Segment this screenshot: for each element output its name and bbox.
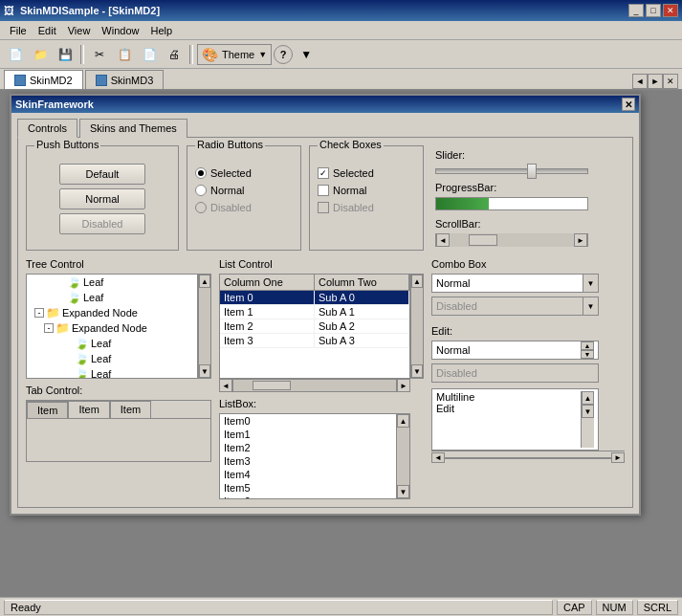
listbox-item-1[interactable]: Item1 (220, 428, 396, 441)
check-selected[interactable]: Selected (318, 167, 415, 179)
tree-item-5[interactable]: 🍃 Leaf (27, 351, 197, 366)
multiline-scroll-up[interactable]: ▲ (582, 391, 594, 405)
list-row-2[interactable]: Item 2 Sub A 2 (220, 319, 409, 334)
theme-button[interactable]: 🎨 Theme ▼ (197, 44, 272, 65)
multiline-scroll-right[interactable]: ► (611, 452, 625, 463)
radio-disabled: Disabled (195, 202, 293, 213)
tree-scrollbar[interactable]: ▲ ▼ (198, 274, 211, 379)
list-header: Column One Column Two (220, 275, 409, 291)
tree-item-1[interactable]: 🍃 Leaf (27, 290, 197, 305)
tree-item-3[interactable]: - 📁 Expanded Node (27, 320, 197, 336)
list-scroll-left[interactable]: ◄ (219, 379, 232, 392)
multiline-h-track[interactable] (445, 457, 611, 459)
listbox[interactable]: Item0 Item1 Item2 Item3 Item4 Item5 Item… (219, 413, 410, 499)
list-scroll-up[interactable]: ▲ (411, 275, 423, 288)
tree-scroll-down[interactable]: ▼ (199, 364, 210, 378)
listbox-scroll-down[interactable]: ▼ (397, 485, 409, 498)
toolbar-dropdown[interactable]: ▼ (295, 44, 318, 65)
toolbar-help[interactable]: ? (274, 45, 293, 64)
list-h-track[interactable] (232, 379, 397, 392)
list-corner (410, 379, 424, 392)
mdi-nav-prev[interactable]: ◄ (632, 74, 648, 89)
menu-view[interactable]: View (62, 23, 97, 38)
menu-edit[interactable]: Edit (33, 23, 62, 38)
radio-selected[interactable]: Selected (195, 167, 293, 179)
multiline-scroll-left[interactable]: ◄ (431, 452, 445, 463)
menu-help[interactable]: Help (144, 23, 178, 38)
listbox-scroll-up[interactable]: ▲ (397, 414, 409, 428)
listbox-scrollbar[interactable]: ▲ ▼ (396, 414, 409, 498)
list-h-thumb[interactable] (253, 381, 291, 390)
tab-demo-item0[interactable]: Item (27, 401, 68, 418)
maximize-button[interactable]: □ (646, 4, 661, 17)
list-row-1[interactable]: Item 1 Sub A 1 (220, 305, 409, 319)
close-button[interactable]: ✕ (663, 4, 678, 17)
listbox-scroll-track[interactable] (397, 428, 409, 485)
multiline-edit[interactable]: Multiline Edit ▲ ▼ (431, 388, 599, 451)
spin-up[interactable]: ▲ (581, 341, 594, 350)
multiline-scroll-down[interactable]: ▼ (582, 405, 594, 418)
toolbar-save[interactable]: 💾 (54, 44, 77, 65)
list-scroll-right[interactable]: ► (397, 379, 410, 392)
toolbar-cut[interactable]: ✂ (88, 44, 111, 65)
toolbar-copy[interactable]: 📋 (113, 44, 136, 65)
listbox-item-0[interactable]: Item0 (220, 414, 396, 428)
combo-normal-arrow[interactable]: ▼ (583, 275, 598, 292)
tree-scroll-up[interactable]: ▲ (199, 275, 210, 288)
tab-skins-themes[interactable]: Skins and Themes (79, 119, 187, 138)
listbox-item-5[interactable]: Item5 (220, 481, 396, 495)
mdi-nav-next[interactable]: ► (648, 74, 663, 89)
tree-control[interactable]: 🍃 Leaf 🍃 Leaf - (26, 274, 198, 379)
menu-file[interactable]: File (4, 23, 33, 38)
tab-controls[interactable]: Controls (17, 119, 77, 138)
scroll-track[interactable] (450, 233, 574, 247)
slider-track[interactable] (435, 168, 588, 174)
toolbar-paste[interactable]: 📄 (138, 44, 161, 65)
scroll-left-arrow[interactable]: ◄ (436, 233, 450, 247)
listbox-item-2[interactable]: Item2 (220, 441, 396, 454)
edit-normal-text: Normal (436, 344, 470, 356)
tree-expander-2[interactable]: - (34, 308, 44, 318)
list-row-3[interactable]: Item 3 Sub A 3 (220, 334, 409, 348)
list-control[interactable]: Column One Column Two Item 0 Sub A 0 (219, 274, 410, 379)
check-normal[interactable]: Normal (318, 185, 415, 196)
menu-window[interactable]: Window (96, 23, 144, 38)
toolbar-print[interactable]: 🖨 (163, 44, 186, 65)
combo-box-section: Combo Box Normal ▼ Disabled ▼ (431, 258, 625, 319)
tab-demo-item2[interactable]: Item (110, 401, 151, 418)
normal-button[interactable]: Normal (59, 188, 145, 209)
tree-item-6[interactable]: 🍃 Leaf (27, 366, 197, 379)
listbox-item-6[interactable]: Item6 (220, 495, 396, 498)
combo-normal[interactable]: Normal ▼ (431, 274, 599, 293)
tree-item-2[interactable]: - 📁 Expanded Node (27, 305, 197, 320)
list-scroll-track[interactable] (411, 288, 423, 364)
mdi-tab-skinmd2[interactable]: SkinMD2 (4, 70, 83, 89)
spin-down[interactable]: ▼ (581, 350, 594, 359)
radio-normal[interactable]: Normal (195, 185, 293, 196)
tree-scroll-track[interactable] (199, 288, 210, 364)
tree-expander-3[interactable]: - (44, 323, 54, 333)
multiline-scrollbar[interactable]: ▲ ▼ (581, 391, 594, 448)
minimize-button[interactable]: _ (628, 4, 644, 17)
tree-item-4[interactable]: 🍃 Leaf (27, 336, 197, 351)
mdi-nav-close[interactable]: ✕ (663, 74, 678, 89)
tab-demo-item1[interactable]: Item (68, 401, 109, 418)
scroll-right-arrow[interactable]: ► (574, 233, 587, 247)
list-v-scrollbar[interactable]: ▲ ▼ (410, 274, 424, 379)
num-panel: NUM (596, 600, 633, 615)
default-button[interactable]: Default (59, 164, 145, 185)
slider-thumb[interactable] (527, 164, 537, 179)
mdi-tab-skinmd3[interactable]: SkinMD3 (85, 70, 165, 89)
list-row-0[interactable]: Item 0 Sub A 0 (220, 291, 409, 305)
edit-spinner[interactable]: ▲ ▼ (581, 341, 594, 359)
tree-item-0[interactable]: 🍃 Leaf (27, 275, 197, 290)
toolbar-open[interactable]: 📁 (29, 44, 52, 65)
listbox-item-3[interactable]: Item3 (220, 454, 396, 468)
list-col-1: Column One (220, 275, 315, 290)
toolbar-new[interactable]: 📄 (4, 44, 27, 65)
edit-normal[interactable]: Normal ▲ ▼ (431, 341, 599, 360)
dialog-close-button[interactable]: ✕ (622, 98, 635, 111)
list-scroll-down[interactable]: ▼ (411, 364, 423, 378)
listbox-item-4[interactable]: Item4 (220, 468, 396, 481)
scroll-thumb[interactable] (469, 234, 497, 246)
